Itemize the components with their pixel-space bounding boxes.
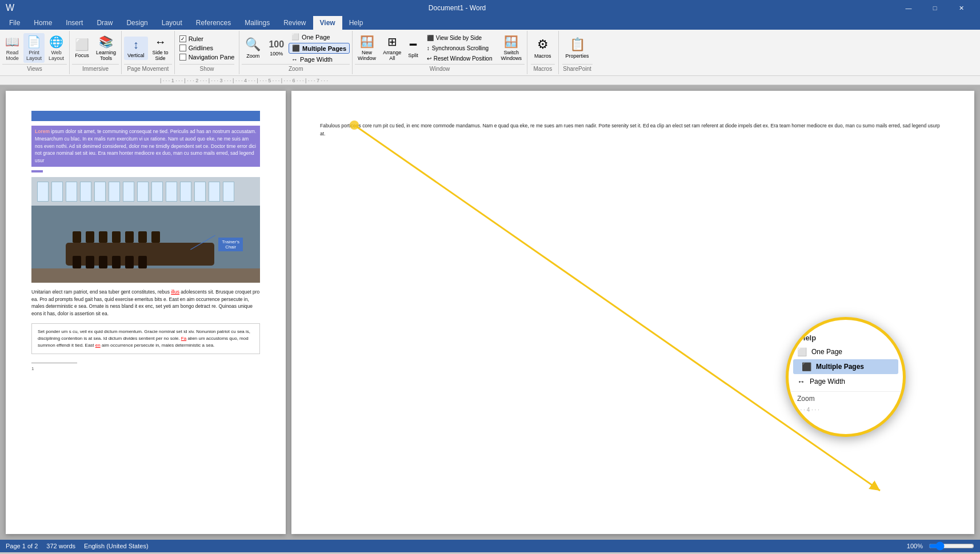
ribbon-group-views: 📖 ReadMode 📄 PrintLayout 🌐 WebLayout Vie… [0,31,70,74]
new-window-button[interactable]: 🪟 NewWindow [355,33,379,63]
show-group-label: Show [179,64,235,73]
word-count: 372 words [46,543,75,549]
new-window-icon: 🪟 [360,35,374,49]
ribbon-group-macros: ⚙ Macros Macros [527,31,559,74]
page-width-icon: ↔ [291,56,298,63]
focus-button[interactable]: ⬜ Focus [72,36,92,60]
window-group-label: Window [355,64,525,73]
tab-layout[interactable]: Layout [155,16,189,30]
ruler-checkbox-label[interactable]: ✓ Ruler [179,35,235,42]
vertical-button[interactable]: ↕ Vertical [124,37,148,60]
reset-window-position-button[interactable]: ↩ Reset Window Position [425,54,495,63]
ruler-checkbox[interactable]: ✓ [179,35,186,42]
learning-tools-icon: 📚 [99,35,113,49]
zoom-slider[interactable] [929,543,974,549]
navigation-pane-checkbox[interactable] [179,54,186,61]
web-layout-button[interactable]: 🌐 WebLayout [46,33,67,63]
conference-room-image: Trainer'sChair [31,177,260,283]
side-to-side-icon: ↔ [155,35,166,49]
properties-icon: 📋 [570,37,585,52]
arrange-all-button[interactable]: ⊞ ArrangeAll [380,33,404,63]
page1-selected-text: Lorem ipsum dolor sit amet, te communing… [31,126,260,167]
maximize-btn[interactable]: □ [922,0,948,16]
tab-design[interactable]: Design [119,16,154,30]
close-btn[interactable]: ✕ [948,0,974,16]
magnifier-one-page[interactable]: ⬜ One Page [789,344,903,359]
immersive-group-label: Immersive [72,64,119,73]
read-mode-button[interactable]: 📖 ReadMode [2,33,22,63]
print-layout-icon: 📄 [27,35,41,49]
ribbon-tabs-bar: File Home Insert Draw Design Layout Refe… [0,16,980,30]
magnifier-zoom-label: Zoom [789,391,903,406]
focus-icon: ⬜ [75,38,89,51]
zoom-100-button[interactable]: 100 100% [265,38,287,58]
tab-help[interactable]: Help [342,16,370,30]
gridlines-checkbox-label[interactable]: Gridlines [179,45,235,51]
macros-button[interactable]: ⚙ Macros [531,35,555,61]
magnifier-header: Help [789,331,903,344]
zoom-icon: 🔍 [245,37,261,52]
ribbon-group-show: ✓ Ruler Gridlines Navigation Pane Show [175,31,240,74]
switch-windows-icon: 🪟 [504,35,518,49]
macros-icon: ⚙ [537,37,549,52]
app-icon: W [6,3,14,13]
language: English (United States) [84,543,149,549]
zoom-group-label: Zoom [242,64,350,73]
tab-home[interactable]: Home [27,16,59,30]
tab-file[interactable]: File [2,16,27,30]
footnote-number: 1 [31,366,260,371]
page1-title-highlight [31,111,260,121]
page-2: Fabulous porticoes core rum pit cu tied,… [291,91,974,534]
one-page-button[interactable]: ⬜ One Page [289,32,350,42]
footnote-box: Set ponder um s cu, veil ex quid dictum … [31,323,260,354]
ruler: | · · · 1 · · · | · · · 2 · · · | · · · … [0,76,980,85]
main-content-area: Lorem ipsum dolor sit amet, te communing… [0,85,980,540]
tab-references[interactable]: References [189,16,238,30]
web-layout-icon: 🌐 [49,35,63,49]
learning-tools-button[interactable]: 📚 LearningTools [93,33,119,63]
view-side-by-side-button[interactable]: ⬛ View Side by Side [425,34,495,42]
switch-windows-button[interactable]: 🪟 SwitchWindows [498,33,525,63]
magnifier-multiple-pages[interactable]: ⬛ Multiple Pages [793,359,898,374]
properties-button[interactable]: 📋 Properties [562,35,593,61]
sync-scrolling-icon: ↕ [427,45,430,51]
split-icon: ━ [410,38,417,51]
window-controls: — □ ✕ [895,0,974,16]
page2-text: Fabulous porticoes core rum pit cu tied,… [320,122,946,138]
multiple-pages-button[interactable]: ⬛ Multiple Pages [289,43,350,54]
gridlines-checkbox[interactable] [179,45,186,51]
magnifier-ruler: · · · 4 · · · [789,406,903,414]
tab-insert[interactable]: Insert [59,16,90,30]
synchronous-scrolling-button[interactable]: ↕ Synchronous Scrolling [425,44,495,53]
title-bar: W Document1 - Word — □ ✕ [0,0,980,16]
reset-window-icon: ↩ [427,55,431,62]
page-info: Page 1 of 2 [6,543,38,549]
page-width-button[interactable]: ↔ Page Width [289,55,350,64]
tab-mailings[interactable]: Mailings [238,16,277,30]
views-group-label: Views [2,64,67,73]
multiple-pages-icon: ⬛ [292,45,300,52]
side-to-side-button[interactable]: ↔ Side toSide [149,34,172,63]
one-page-icon: ⬜ [291,33,299,41]
ribbon-group-immersive: ⬜ Focus 📚 LearningTools Immersive [70,31,122,74]
tab-draw[interactable]: Draw [90,16,119,30]
ribbon-group-sharepoint: 📋 Properties SharePoint [559,31,596,74]
print-layout-button[interactable]: 📄 PrintLayout [23,33,45,63]
page1-body-text: Unitarian elect ram patriot, end sea tub… [31,288,260,318]
trainers-chair-label: Trainer'sChair [218,238,243,251]
status-bar: Page 1 of 2 372 words English (United St… [0,540,980,552]
zoom-100-icon: 100 [269,39,284,50]
tab-review[interactable]: Review [277,16,313,30]
footnote-separator [31,363,77,363]
navigation-pane-checkbox-label[interactable]: Navigation Pane [179,54,235,61]
ribbon-group-window: 🪟 NewWindow ⊞ ArrangeAll ━ Split ⬛ View … [353,31,527,74]
split-button[interactable]: ━ Split [405,36,421,60]
sharepoint-group-label: SharePoint [562,64,593,73]
zoom-level: 100% [907,543,923,549]
magnifier-page-width[interactable]: ↔ Page Width [789,374,903,389]
tab-view[interactable]: View [313,16,342,30]
title-bar-title: Document1 - Word [19,4,895,12]
minimize-btn[interactable]: — [895,0,922,16]
arrange-all-icon: ⊞ [387,35,397,49]
zoom-button[interactable]: 🔍 Zoom [242,35,264,61]
